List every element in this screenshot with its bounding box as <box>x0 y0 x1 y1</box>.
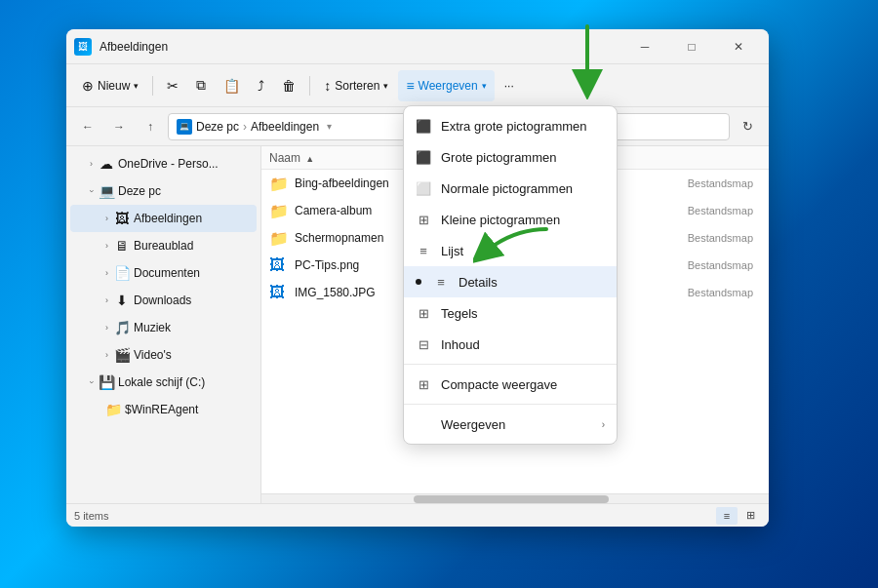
sidebar-item-label: OneDrive - Perso... <box>118 157 219 171</box>
new-button[interactable]: ⊕ Nieuw ▾ <box>74 70 146 101</box>
delete-button[interactable]: 🗑 <box>274 70 303 101</box>
sort-asc-icon: ▲ <box>305 154 314 164</box>
minimize-button[interactable]: ─ <box>622 31 667 62</box>
chevron-icon: › <box>87 190 97 193</box>
refresh-button[interactable]: ↻ <box>734 113 761 140</box>
computer-icon: 💻 <box>177 119 192 135</box>
chevron-icon: › <box>105 350 108 360</box>
paste-icon: 📋 <box>223 78 240 94</box>
toolbar-sep-2 <box>309 76 310 96</box>
paste-button[interactable]: 📋 <box>216 70 248 101</box>
menu-item-normal[interactable]: ⬜ Normale pictogrammen <box>404 173 617 204</box>
menu-item-label: Extra grote pictogrammen <box>441 119 587 134</box>
sidebar-item-winreagent[interactable]: 📁 $WinREAgent <box>70 396 257 423</box>
chevron-icon: › <box>87 381 97 384</box>
view-icon: ≡ <box>406 78 414 94</box>
chevron-icon: › <box>105 241 108 251</box>
view-chevron-icon: ▾ <box>482 81 487 91</box>
menu-item-tiles[interactable]: ⊞ Tegels <box>404 297 617 329</box>
compact-icon: ⊞ <box>416 377 431 392</box>
sidebar-item-downloads[interactable]: › ⬇ Downloads <box>70 287 257 314</box>
menu-item-large[interactable]: ⬛ Grote pictogrammen <box>404 141 617 173</box>
large-icon: ⬛ <box>416 150 431 165</box>
menu-item-details[interactable]: ≡ Details <box>404 266 617 297</box>
path-part-2: Afbeeldingen <box>251 120 319 134</box>
share-icon: ⤴ <box>258 78 264 94</box>
sidebar-item-afbeeldingen[interactable]: › 🖼 Afbeeldingen <box>70 205 257 232</box>
sidebar-item-documenten[interactable]: › 📄 Documenten <box>70 259 257 287</box>
menu-item-compact[interactable]: ⊞ Compacte weergave <box>404 369 617 400</box>
more-icon: ··· <box>504 79 514 93</box>
menu-item-label: Compacte weergave <box>441 377 557 392</box>
window-controls: ─ □ ✕ <box>622 31 761 62</box>
sidebar-item-muziek[interactable]: › 🎵 Muziek <box>70 314 257 341</box>
window-icon: 🖼 <box>74 38 92 56</box>
copy-button[interactable]: ⧉ <box>188 70 214 101</box>
list-icon: ≡ <box>416 244 431 258</box>
menu-item-extra-large[interactable]: ⬛ Extra grote pictogrammen <box>404 110 617 141</box>
sort-button[interactable]: ↕ Sorteren ▾ <box>316 70 396 101</box>
sidebar-item-bureaublad[interactable]: › 🖥 Bureaublad <box>70 232 257 259</box>
menu-separator-2 <box>404 404 617 405</box>
selected-indicator <box>416 279 421 285</box>
folder-icon: 📁 <box>105 402 121 417</box>
maximize-button[interactable]: □ <box>669 31 714 62</box>
view-dropdown-menu: ⬛ Extra grote pictogrammen ⬛ Grote picto… <box>403 105 618 445</box>
cut-button[interactable]: ✂ <box>159 70 186 101</box>
sidebar-item-label: Deze pc <box>118 184 161 198</box>
sort-chevron-icon: ▾ <box>383 81 388 91</box>
videos-icon: 🎬 <box>114 347 130 363</box>
scrollbar-thumb[interactable] <box>414 495 609 503</box>
sidebar-item-onedrive[interactable]: › ☁ OneDrive - Perso... <box>70 150 257 177</box>
more-button[interactable]: ··· <box>497 70 522 101</box>
scrollbar[interactable] <box>261 493 769 503</box>
menu-item-label: Weergeven <box>441 417 505 432</box>
toolbar: ⊕ Nieuw ▾ ✂ ⧉ 📋 ⤴ 🗑 ↕ Sorteren ▾ ≡ Weerg… <box>66 64 769 107</box>
chevron-icon: › <box>105 323 108 333</box>
sidebar-item-lokale-schijf[interactable]: › 💾 Lokale schijf (C:) <box>70 369 257 396</box>
sidebar-type-label: Bestandsmap <box>688 177 753 189</box>
music-icon: 🎵 <box>114 320 130 335</box>
details-view-btn[interactable]: ≡ <box>716 507 738 525</box>
share-button[interactable]: ⤴ <box>250 70 272 101</box>
folder-icon: 📁 <box>269 175 289 193</box>
sidebar-item-deze-pc[interactable]: › 💻 Deze pc <box>70 177 257 205</box>
menu-item-weergeven[interactable]: Weergeven › <box>404 409 617 440</box>
tiles-icon: ⊞ <box>416 306 431 321</box>
menu-item-content[interactable]: ⊟ Inhoud <box>404 329 617 360</box>
menu-item-small[interactable]: ⊞ Kleine pictogrammen <box>404 204 617 235</box>
new-icon: ⊕ <box>82 78 94 94</box>
small-icon: ⊞ <box>416 213 431 227</box>
view-label: Weergeven <box>419 79 478 93</box>
status-bar: 5 items ≡ ⊞ <box>66 503 769 527</box>
image-icon: 🖼 <box>269 256 289 274</box>
menu-item-list[interactable]: ≡ Lijst <box>404 235 617 266</box>
close-button[interactable]: ✕ <box>716 31 761 62</box>
back-button[interactable]: ← <box>74 113 101 140</box>
window-title: Afbeeldingen <box>100 40 622 54</box>
downloads-icon: ⬇ <box>114 293 130 308</box>
sidebar: › ☁ OneDrive - Perso... › 💻 Deze pc › 🖼 … <box>66 146 261 503</box>
up-button[interactable]: ↑ <box>137 113 164 140</box>
chevron-icon: › <box>90 159 93 169</box>
extra-large-icon: ⬛ <box>416 119 431 134</box>
sort-icon: ↕ <box>324 78 331 94</box>
menu-item-label: Lijst <box>441 244 463 258</box>
menu-item-label: Tegels <box>441 306 478 321</box>
sidebar-item-videos[interactable]: › 🎬 Video's <box>70 341 257 369</box>
path-sep-1: › <box>243 120 247 134</box>
documents-icon: 📄 <box>114 265 130 281</box>
menu-separator <box>404 364 617 365</box>
content-icon: ⊟ <box>416 337 431 352</box>
forward-button[interactable]: → <box>105 113 133 140</box>
chevron-icon: › <box>105 268 108 278</box>
copy-icon: ⧉ <box>196 77 206 94</box>
sidebar-item-label: Lokale schijf (C:) <box>118 375 205 389</box>
view-button[interactable]: ≡ Weergeven ▾ <box>398 70 494 101</box>
new-chevron-icon: ▾ <box>134 81 139 91</box>
status-view-icons: ≡ ⊞ <box>716 507 761 525</box>
cut-icon: ✂ <box>167 78 179 94</box>
sidebar-type-label: Bestandsmap <box>688 287 753 298</box>
menu-item-label: Grote pictogrammen <box>441 150 557 165</box>
large-icon-view-btn[interactable]: ⊞ <box>739 507 761 525</box>
